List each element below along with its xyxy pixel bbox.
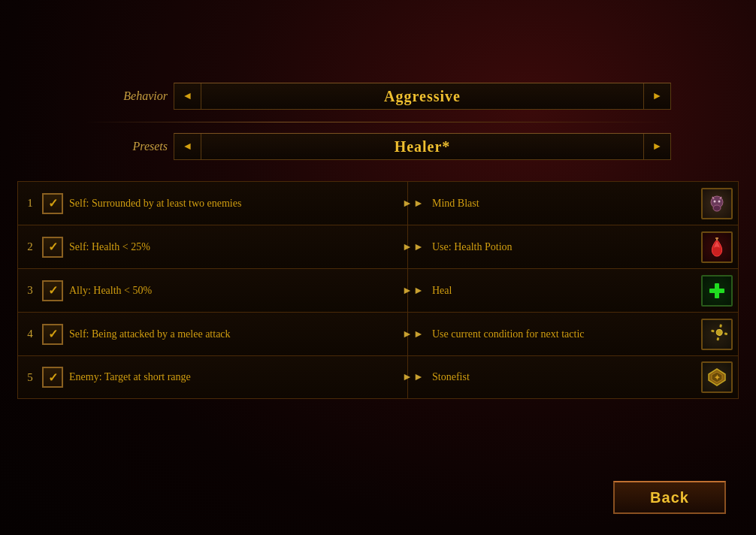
checkmark-1: ✓ (48, 196, 58, 210)
row-number-4: 4 (18, 328, 42, 340)
row-number-5: 5 (18, 371, 42, 384)
row-arrow-3: ► (400, 285, 415, 297)
presets-prev-button[interactable]: ◄ (174, 134, 201, 159)
condition-text-1: Self: Surrounded by at least two enemies (69, 198, 407, 210)
condition-text-5: Enemy: Target at short range (69, 371, 407, 383)
row-arrow-4: ► (400, 328, 415, 340)
action-row-1[interactable]: ► Mind Blast (408, 181, 739, 225)
svg-rect-13 (714, 327, 718, 330)
action-row-2[interactable]: ► Use: Health Potion (408, 225, 739, 268)
behavior-prev-button[interactable]: ◄ (174, 83, 201, 109)
mind-blast-icon (699, 186, 735, 222)
action-text-3: Heal (426, 285, 699, 297)
row-arrow-1: ► (400, 198, 415, 210)
table-row: 2 ✓ Self: Health < 25% ► (17, 225, 408, 268)
divider-1 (85, 122, 671, 122)
action-text-2: Use: Health Potion (426, 241, 699, 253)
svg-rect-11 (723, 322, 726, 326)
back-button[interactable]: Back (613, 481, 726, 514)
action-row-3[interactable]: ► Heal (408, 268, 739, 312)
condition-text-3: Ally: Health < 50% (69, 285, 407, 297)
gear-icon (699, 316, 735, 352)
action-row-4[interactable]: ► Use current condition for next tactic (408, 312, 739, 355)
svg-rect-9 (709, 289, 724, 293)
svg-point-5 (718, 200, 721, 202)
table-row: 1 ✓ Self: Surrounded by at least two ene… (17, 181, 408, 225)
health-potion-icon (699, 229, 735, 265)
table-row: 3 ✓ Ally: Health < 50% ► (17, 268, 408, 312)
svg-rect-15 (725, 317, 729, 319)
tactics-container: 1 ✓ Self: Surrounded by at least two ene… (17, 181, 739, 399)
action-text-1: Mind Blast (426, 198, 699, 210)
presets-label: Presets (85, 140, 168, 153)
behavior-selector: ◄ Aggressive ► (174, 83, 671, 110)
condition-text-4: Self: Being attacked by a melee attack (69, 328, 407, 340)
presets-selector: ◄ Healer* ► (174, 133, 671, 160)
svg-point-1 (713, 205, 721, 211)
behavior-value: Aggressive (201, 88, 643, 105)
svg-rect-14 (726, 332, 730, 335)
condition-text-2: Self: Health < 25% (69, 241, 407, 253)
tactics-actions: ► Mind Blast (408, 181, 739, 399)
action-row-5[interactable]: ► Stonefist ✦ (408, 355, 739, 399)
row-arrow-2: ► (400, 241, 415, 253)
presets-value: Healer* (201, 138, 643, 156)
checkbox-4[interactable]: ✓ (42, 324, 63, 345)
svg-rect-12 (718, 335, 721, 339)
svg-point-10 (718, 327, 725, 334)
table-row: 4 ✓ Self: Being attacked by a melee atta… (17, 312, 408, 355)
checkmark-5: ✓ (48, 370, 58, 385)
heal-icon (699, 273, 735, 309)
checkmark-3: ✓ (48, 283, 58, 298)
row-arrow-5: ► (400, 371, 415, 383)
behavior-row: Behavior ◄ Aggressive ► (85, 83, 671, 110)
row-number-1: 1 (18, 197, 42, 210)
checkbox-3[interactable]: ✓ (42, 280, 63, 301)
svg-point-4 (714, 200, 716, 202)
svg-rect-7 (715, 237, 718, 239)
action-text-5: Stonefist (426, 371, 699, 383)
row-number-3: 3 (18, 284, 42, 297)
row-number-2: 2 (18, 240, 42, 253)
action-text-4: Use current condition for next tactic (426, 328, 699, 340)
checkmark-4: ✓ (48, 327, 58, 341)
presets-row: Presets ◄ Healer* ► (85, 133, 671, 160)
checkbox-5[interactable]: ✓ (42, 367, 63, 388)
checkbox-2[interactable]: ✓ (42, 237, 63, 258)
stonefist-icon: ✦ (699, 359, 735, 395)
svg-text:✦: ✦ (714, 373, 721, 382)
checkmark-2: ✓ (48, 240, 58, 254)
behavior-label: Behavior (85, 89, 168, 103)
checkbox-1[interactable]: ✓ (42, 193, 63, 214)
tactics-conditions: 1 ✓ Self: Surrounded by at least two ene… (17, 181, 408, 399)
behavior-next-button[interactable]: ► (643, 83, 670, 109)
main-container: Behavior ◄ Aggressive ► Presets ◄ Healer… (0, 0, 756, 535)
presets-next-button[interactable]: ► (643, 134, 670, 159)
table-row: 5 ✓ Enemy: Target at short range ► (17, 355, 408, 399)
